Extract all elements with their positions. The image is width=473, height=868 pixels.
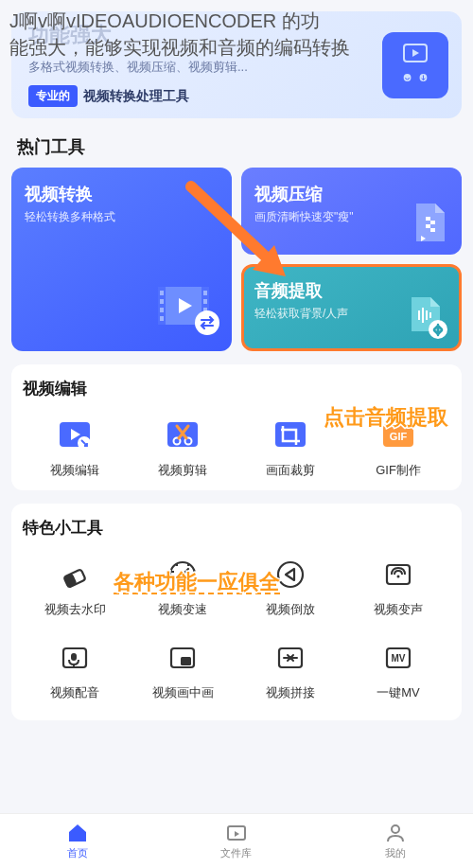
svg-point-54: [392, 825, 399, 833]
svg-rect-25: [429, 312, 431, 318]
video-edit-panel: 视频编辑 视频编辑 视频剪辑 画面裁剪 GIF GIF制作: [11, 364, 462, 490]
card-audio-extract[interactable]: 音频提取 轻松获取背景/人声: [241, 264, 462, 351]
scissors-icon: [164, 416, 201, 454]
tool-dub[interactable]: 视频配音: [23, 633, 127, 707]
svg-rect-46: [71, 653, 77, 661]
svg-rect-22: [418, 310, 420, 320]
edit-video-icon: [56, 416, 94, 454]
film-swap-icon: [152, 281, 220, 336]
tool-label: 视频剪辑: [158, 462, 207, 479]
bottom-nav: 首页 文件库 我的: [0, 813, 473, 868]
files-icon: [225, 822, 248, 844]
home-icon: [66, 822, 89, 844]
tool-label: 视频配音: [50, 684, 99, 701]
hot-tools-grid: 视频转换 轻松转换多种格式 视频压缩 画质清晰快速变"瘦" 音频提取 轻松获取背…: [11, 168, 462, 351]
svg-rect-10: [160, 316, 164, 321]
hero-banner[interactable]: 功能强大 多格式视频转换、视频压缩、视频剪辑... 专业的 视频转换处理工具: [11, 11, 462, 118]
pip-icon: [164, 639, 201, 677]
svg-rect-17: [426, 217, 430, 221]
tool-label: 视频去水印: [44, 601, 106, 618]
audio-file-icon: [404, 293, 449, 339]
hero-faded-title: 功能强大: [28, 21, 112, 49]
nav-label: 我的: [385, 846, 406, 860]
card-video-convert[interactable]: 视频转换 轻松转换多种格式: [11, 168, 232, 351]
tool-label: 视频画中画: [152, 684, 214, 701]
svg-marker-53: [235, 831, 239, 837]
svg-point-16: [195, 310, 219, 335]
tool-speed[interactable]: 视频变速: [131, 550, 235, 624]
hot-tools-title: 热门工具: [17, 135, 456, 158]
gif-icon: GIF: [379, 416, 417, 454]
svg-text:GIF: GIF: [390, 431, 408, 442]
compress-file-icon: [407, 200, 452, 245]
svg-rect-19: [426, 224, 430, 228]
video-edit-grid: 视频编辑 视频剪辑 画面裁剪 GIF GIF制作: [23, 411, 450, 485]
special-tools-title: 特色小工具: [23, 517, 450, 539]
arrows-icon: [403, 68, 428, 87]
tool-video-clip[interactable]: 视频剪辑: [131, 411, 235, 485]
tool-label: 画面裁剪: [266, 462, 315, 479]
special-tools-panel: 特色小工具 视频去水印 视频变速 视频倒放 视频变声 视频配音 视频画中画 视频…: [11, 504, 462, 720]
nav-label: 文件库: [220, 846, 252, 860]
eraser-icon: [56, 556, 94, 593]
nav-home[interactable]: 首页: [66, 822, 89, 860]
tool-label: GIF制作: [376, 462, 421, 479]
reverse-icon: [272, 556, 309, 593]
tool-label: 视频编辑: [50, 462, 99, 479]
svg-point-2: [404, 74, 412, 81]
crop-icon: [272, 416, 309, 454]
svg-rect-8: [160, 299, 164, 304]
dub-icon: [56, 639, 94, 677]
svg-rect-18: [430, 221, 435, 224]
nav-mine[interactable]: 我的: [384, 822, 407, 860]
speed-icon: [164, 556, 201, 593]
tool-video-edit[interactable]: 视频编辑: [23, 411, 127, 485]
tool-mv[interactable]: MV 一键MV: [346, 633, 450, 707]
voice-icon: [379, 556, 417, 593]
svg-rect-23: [422, 308, 424, 323]
hero-badge: 专业的: [28, 85, 78, 107]
tool-label: 视频变速: [158, 601, 207, 618]
svg-point-41: [278, 562, 303, 587]
svg-rect-7: [160, 291, 164, 295]
profile-icon: [384, 822, 407, 844]
mv-icon: MV: [379, 639, 417, 677]
svg-marker-42: [286, 569, 294, 580]
tool-pip[interactable]: 视频画中画: [131, 633, 235, 707]
hero-badge-text: 视频转换处理工具: [83, 88, 189, 105]
tool-voice-change[interactable]: 视频变声: [346, 550, 450, 624]
tool-label: 视频变声: [374, 601, 423, 618]
tool-label: 视频拼接: [266, 684, 315, 701]
tool-merge[interactable]: 视频拼接: [238, 633, 342, 707]
svg-rect-20: [430, 228, 435, 232]
tool-reverse[interactable]: 视频倒放: [238, 550, 342, 624]
svg-rect-24: [426, 310, 428, 320]
tool-gif[interactable]: GIF GIF制作: [346, 411, 450, 485]
svg-rect-9: [160, 308, 164, 312]
card-title: 视频转换: [25, 183, 219, 205]
card-sub: 轻松转换多种格式: [25, 209, 219, 225]
tool-crop[interactable]: 画面裁剪: [238, 411, 342, 485]
svg-rect-11: [203, 291, 207, 295]
svg-rect-34: [275, 422, 306, 447]
svg-point-44: [397, 576, 400, 578]
nav-files[interactable]: 文件库: [220, 822, 252, 860]
video-edit-title: 视频编辑: [23, 378, 450, 399]
tool-label: 视频倒放: [266, 601, 315, 618]
svg-rect-12: [203, 299, 207, 304]
hero-convert-icon: [382, 32, 448, 98]
nav-label: 首页: [67, 846, 88, 860]
card-video-compress[interactable]: 视频压缩 画质清晰快速变"瘦": [241, 168, 462, 255]
tool-remove-watermark[interactable]: 视频去水印: [23, 550, 127, 624]
svg-marker-1: [412, 49, 419, 57]
merge-icon: [272, 639, 309, 677]
svg-text:MV: MV: [392, 653, 406, 664]
svg-point-40: [181, 573, 184, 576]
special-tools-grid: 视频去水印 视频变速 视频倒放 视频变声 视频配音 视频画中画 视频拼接 MV: [23, 550, 450, 707]
svg-rect-48: [181, 657, 191, 665]
tool-label: 一键MV: [377, 684, 420, 701]
